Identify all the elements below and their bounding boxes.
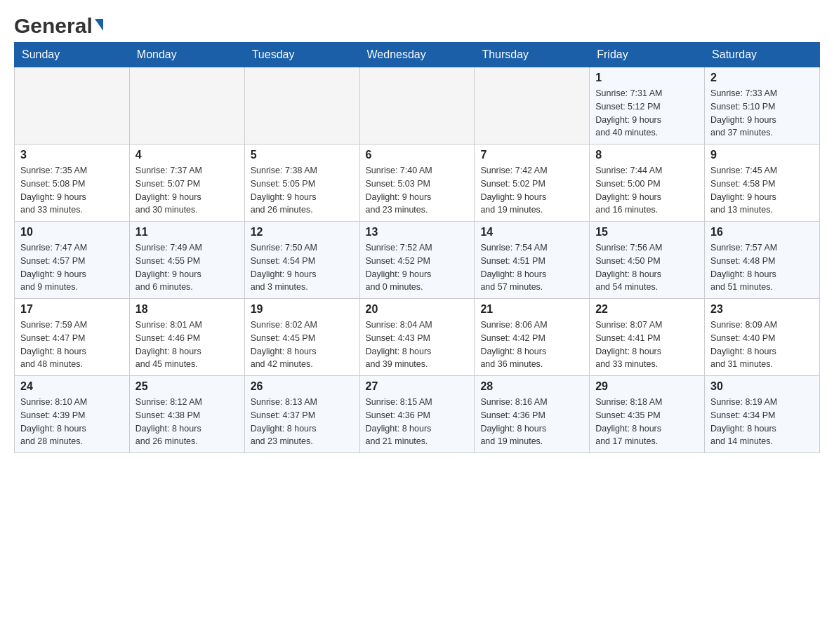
day-info: Sunrise: 8:06 AM Sunset: 4:42 PM Dayligh…	[480, 318, 583, 371]
weekday-header-thursday: Thursday	[475, 43, 590, 67]
calendar-cell	[15, 67, 130, 145]
day-info: Sunrise: 8:15 AM Sunset: 4:36 PM Dayligh…	[366, 396, 469, 448]
day-info: Sunrise: 8:18 AM Sunset: 4:35 PM Dayligh…	[595, 396, 699, 448]
day-number: 14	[480, 226, 583, 239]
day-info: Sunrise: 7:54 AM Sunset: 4:51 PM Dayligh…	[480, 241, 583, 294]
day-number: 27	[366, 380, 469, 393]
calendar-cell: 17Sunrise: 7:59 AM Sunset: 4:47 PM Dayli…	[15, 299, 130, 376]
day-info: Sunrise: 7:42 AM Sunset: 5:02 PM Dayligh…	[480, 164, 583, 217]
day-info: Sunrise: 8:16 AM Sunset: 4:36 PM Dayligh…	[480, 396, 583, 448]
day-info: Sunrise: 7:50 AM Sunset: 4:54 PM Dayligh…	[251, 241, 354, 294]
day-info: Sunrise: 7:57 AM Sunset: 4:48 PM Dayligh…	[710, 241, 814, 294]
day-info: Sunrise: 7:56 AM Sunset: 4:50 PM Dayligh…	[595, 241, 699, 294]
day-number: 9	[710, 149, 814, 161]
logo-general-text: General	[14, 14, 93, 38]
day-info: Sunrise: 7:37 AM Sunset: 5:07 PM Dayligh…	[135, 164, 239, 217]
page-header: General	[14, 14, 820, 35]
day-info: Sunrise: 7:38 AM Sunset: 5:05 PM Dayligh…	[251, 164, 354, 217]
day-number: 3	[20, 149, 124, 161]
calendar-cell	[244, 67, 359, 145]
calendar-table: SundayMondayTuesdayWednesdayThursdayFrid…	[14, 42, 820, 453]
calendar-cell: 18Sunrise: 8:01 AM Sunset: 4:46 PM Dayli…	[129, 299, 244, 376]
calendar-row: 1Sunrise: 7:31 AM Sunset: 5:12 PM Daylig…	[15, 67, 820, 145]
calendar-cell: 14Sunrise: 7:54 AM Sunset: 4:51 PM Dayli…	[475, 222, 590, 299]
calendar-cell: 29Sunrise: 8:18 AM Sunset: 4:35 PM Dayli…	[590, 376, 705, 453]
day-info: Sunrise: 8:04 AM Sunset: 4:43 PM Dayligh…	[366, 318, 469, 371]
calendar-cell: 10Sunrise: 7:47 AM Sunset: 4:57 PM Dayli…	[15, 222, 130, 299]
calendar-cell: 2Sunrise: 7:33 AM Sunset: 5:10 PM Daylig…	[705, 67, 820, 145]
day-number: 15	[595, 226, 699, 239]
day-info: Sunrise: 8:19 AM Sunset: 4:34 PM Dayligh…	[710, 396, 814, 448]
calendar-row: 24Sunrise: 8:10 AM Sunset: 4:39 PM Dayli…	[15, 376, 820, 453]
day-number: 11	[135, 226, 239, 239]
day-number: 29	[595, 380, 699, 393]
day-info: Sunrise: 7:31 AM Sunset: 5:12 PM Dayligh…	[595, 87, 699, 140]
weekday-header-tuesday: Tuesday	[244, 43, 359, 67]
day-number: 17	[20, 303, 124, 316]
calendar-cell: 25Sunrise: 8:12 AM Sunset: 4:38 PM Dayli…	[129, 376, 244, 453]
day-number: 4	[135, 149, 239, 161]
day-number: 13	[366, 226, 469, 239]
day-info: Sunrise: 7:40 AM Sunset: 5:03 PM Dayligh…	[366, 164, 469, 217]
calendar-cell	[359, 67, 475, 145]
day-number: 24	[20, 380, 124, 393]
weekday-header-sunday: Sunday	[15, 43, 130, 67]
calendar-cell: 4Sunrise: 7:37 AM Sunset: 5:07 PM Daylig…	[129, 145, 244, 222]
day-number: 23	[710, 303, 814, 316]
day-number: 22	[595, 303, 699, 316]
day-number: 28	[480, 380, 583, 393]
day-info: Sunrise: 7:52 AM Sunset: 4:52 PM Dayligh…	[366, 241, 469, 294]
day-info: Sunrise: 7:33 AM Sunset: 5:10 PM Dayligh…	[710, 87, 814, 140]
day-number: 1	[595, 72, 699, 84]
day-number: 30	[710, 380, 814, 393]
calendar-cell: 20Sunrise: 8:04 AM Sunset: 4:43 PM Dayli…	[359, 299, 475, 376]
calendar-cell: 16Sunrise: 7:57 AM Sunset: 4:48 PM Dayli…	[705, 222, 820, 299]
day-number: 6	[366, 149, 469, 161]
calendar-cell: 19Sunrise: 8:02 AM Sunset: 4:45 PM Dayli…	[244, 299, 359, 376]
weekday-header-saturday: Saturday	[705, 43, 820, 67]
day-info: Sunrise: 7:45 AM Sunset: 4:58 PM Dayligh…	[710, 164, 814, 217]
calendar-cell	[475, 67, 590, 145]
day-info: Sunrise: 8:13 AM Sunset: 4:37 PM Dayligh…	[251, 396, 354, 448]
calendar-cell: 5Sunrise: 7:38 AM Sunset: 5:05 PM Daylig…	[244, 145, 359, 222]
day-info: Sunrise: 8:07 AM Sunset: 4:41 PM Dayligh…	[595, 318, 699, 371]
weekday-header-friday: Friday	[590, 43, 705, 67]
day-number: 20	[366, 303, 469, 316]
day-info: Sunrise: 8:12 AM Sunset: 4:38 PM Dayligh…	[135, 396, 239, 448]
calendar-cell: 27Sunrise: 8:15 AM Sunset: 4:36 PM Dayli…	[359, 376, 475, 453]
day-number: 19	[251, 303, 354, 316]
day-info: Sunrise: 7:49 AM Sunset: 4:55 PM Dayligh…	[135, 241, 239, 294]
day-number: 12	[251, 226, 354, 239]
logo: General	[14, 14, 103, 35]
weekday-header-monday: Monday	[129, 43, 244, 67]
calendar-cell: 1Sunrise: 7:31 AM Sunset: 5:12 PM Daylig…	[590, 67, 705, 145]
day-number: 26	[251, 380, 354, 393]
calendar-cell: 3Sunrise: 7:35 AM Sunset: 5:08 PM Daylig…	[15, 145, 130, 222]
day-number: 2	[710, 72, 814, 84]
calendar-cell: 11Sunrise: 7:49 AM Sunset: 4:55 PM Dayli…	[129, 222, 244, 299]
calendar-cell: 22Sunrise: 8:07 AM Sunset: 4:41 PM Dayli…	[590, 299, 705, 376]
day-info: Sunrise: 8:09 AM Sunset: 4:40 PM Dayligh…	[710, 318, 814, 371]
calendar-cell: 23Sunrise: 8:09 AM Sunset: 4:40 PM Dayli…	[705, 299, 820, 376]
calendar-cell: 26Sunrise: 8:13 AM Sunset: 4:37 PM Dayli…	[244, 376, 359, 453]
calendar-cell: 12Sunrise: 7:50 AM Sunset: 4:54 PM Dayli…	[244, 222, 359, 299]
day-number: 8	[595, 149, 699, 161]
day-info: Sunrise: 8:01 AM Sunset: 4:46 PM Dayligh…	[135, 318, 239, 371]
calendar-cell: 24Sunrise: 8:10 AM Sunset: 4:39 PM Dayli…	[15, 376, 130, 453]
calendar-row: 17Sunrise: 7:59 AM Sunset: 4:47 PM Dayli…	[15, 299, 820, 376]
calendar-row: 3Sunrise: 7:35 AM Sunset: 5:08 PM Daylig…	[15, 145, 820, 222]
day-number: 10	[20, 226, 124, 239]
calendar-cell: 6Sunrise: 7:40 AM Sunset: 5:03 PM Daylig…	[359, 145, 475, 222]
day-number: 18	[135, 303, 239, 316]
day-number: 21	[480, 303, 583, 316]
calendar-cell: 9Sunrise: 7:45 AM Sunset: 4:58 PM Daylig…	[705, 145, 820, 222]
calendar-row: 10Sunrise: 7:47 AM Sunset: 4:57 PM Dayli…	[15, 222, 820, 299]
day-info: Sunrise: 7:59 AM Sunset: 4:47 PM Dayligh…	[20, 318, 124, 371]
day-info: Sunrise: 7:35 AM Sunset: 5:08 PM Dayligh…	[20, 164, 124, 217]
day-number: 25	[135, 380, 239, 393]
day-info: Sunrise: 7:44 AM Sunset: 5:00 PM Dayligh…	[595, 164, 699, 217]
calendar-cell: 13Sunrise: 7:52 AM Sunset: 4:52 PM Dayli…	[359, 222, 475, 299]
calendar-cell: 30Sunrise: 8:19 AM Sunset: 4:34 PM Dayli…	[705, 376, 820, 453]
weekday-header-wednesday: Wednesday	[359, 43, 475, 67]
day-info: Sunrise: 8:02 AM Sunset: 4:45 PM Dayligh…	[251, 318, 354, 371]
